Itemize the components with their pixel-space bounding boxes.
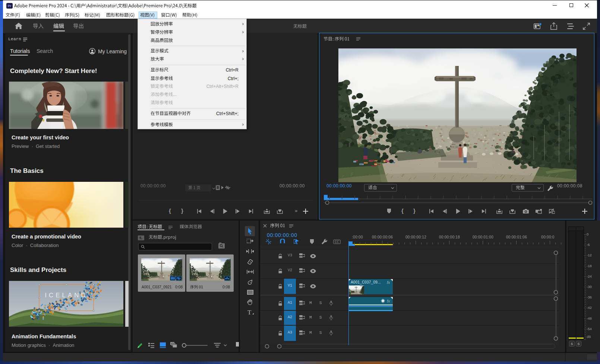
svg-text:Pr: Pr [8, 4, 12, 8]
svg-text:ICELAND: ICELAND [45, 292, 88, 299]
